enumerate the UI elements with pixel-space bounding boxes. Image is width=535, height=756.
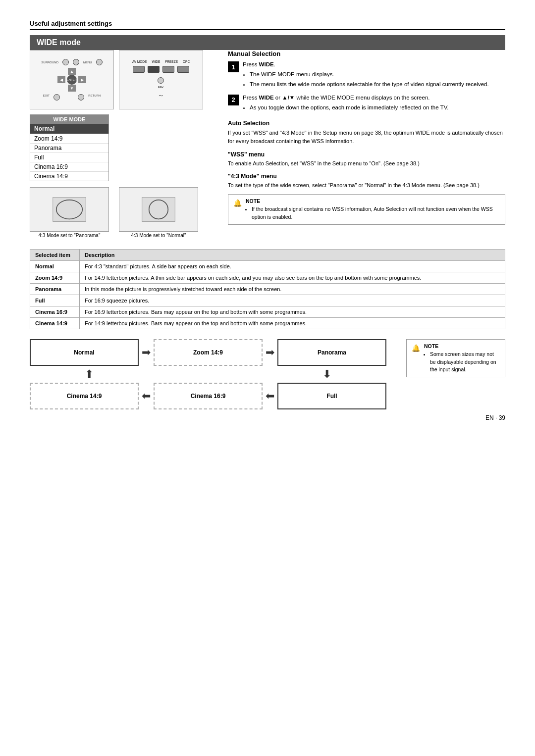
flow-arrow-left-2: ⬅: [263, 390, 277, 403]
remote-right-image: AV MODE WIDE FREEZE OPC: [119, 50, 203, 109]
flow-arrow-left-1: ⬅: [139, 390, 154, 403]
step-2-bullets: As you toggle down the options, each mod…: [250, 103, 448, 112]
return-label: RETURN: [88, 94, 101, 101]
note-box-1: 🔔 NOTE If the broadcast signal contains …: [228, 194, 505, 224]
wm-item-panorama: Panorama: [30, 143, 108, 152]
auto-selection-content: If you set "WSS" and "4:3 Mode" in the S…: [228, 129, 505, 145]
remote-left-image: SURROUND MENU ▲ ◀: [30, 50, 114, 109]
auto-selection: Auto Selection If you set "WSS" and "4:3…: [228, 120, 505, 145]
note-label-2: NOTE: [424, 343, 438, 349]
description-table: Selected item Description Normal For 4:3…: [30, 249, 505, 329]
rr-buttons: [133, 66, 189, 73]
flow-wrapper: Normal ➡ Zoom 14:9 ➡ Panorama ⬆: [30, 339, 505, 409]
surround-btn: [62, 59, 69, 65]
step-1-num: 1: [228, 61, 239, 72]
avmode-label: AV MODE: [132, 60, 147, 63]
mode-panorama-label: 4:3 Mode set to "Panorama": [30, 233, 109, 238]
flow-label-panorama: Panorama: [318, 349, 346, 356]
page-container: Useful adjustment settings WIDE mode SUR…: [30, 20, 505, 421]
flow-label-full: Full: [326, 393, 337, 400]
fav-label: [158, 77, 164, 84]
step-1-bullets: The WIDE MODE menu displays. The menu li…: [250, 70, 489, 89]
wide-btn: [148, 66, 160, 73]
info-btn: [73, 59, 79, 65]
menu-label: MENU: [83, 61, 92, 64]
right-column: Manual Selection 1 Press WIDE. The WIDE …: [228, 50, 505, 240]
opc-label: OPC: [183, 60, 190, 63]
wss-menu-title: "WSS" menu: [228, 151, 505, 158]
wide-keyword-1: WIDE: [259, 61, 274, 67]
flow-up-arrow: ⬆: [30, 368, 149, 381]
mode-normal-container: 4:3 Mode set to "Normal": [119, 187, 198, 238]
surround-label: SURROUND: [41, 61, 58, 64]
note-box-2: 🔔 NOTE Some screen sizes may not be disp…: [406, 339, 505, 377]
wm-item-full: Full: [30, 152, 108, 162]
mode-panorama-image: [30, 187, 109, 232]
flow-box-panorama: Panorama: [277, 339, 386, 366]
top-section: SURROUND MENU ▲ ◀: [30, 50, 505, 240]
table-item-panorama: Panorama: [30, 284, 80, 295]
flow-arrow-1: ➡: [139, 346, 154, 359]
wm-item-zoom149: Zoom 14:9: [30, 134, 108, 143]
wave-symbol: ～: [158, 91, 164, 100]
flow-box-full: Full: [277, 383, 386, 409]
table-desc-cinema149: For 14:9 letterbox pictures. Bars may ap…: [80, 318, 505, 329]
table-header-desc: Description: [80, 250, 505, 261]
table-row: Panorama In this mode the picture is pro…: [30, 284, 505, 295]
wm-item-cinema169: Cinema 16:9: [30, 162, 108, 171]
wss-menu-section: "WSS" menu To enable Auto Selection, set…: [228, 151, 505, 168]
note-2-bullet-1: Some screen sizes may not be displayable…: [430, 351, 500, 374]
note-content-2: NOTE Some screen sizes may not be displa…: [424, 343, 500, 374]
step-2-content: Press WIDE or ▲/▼ while the WIDE MODE me…: [243, 94, 448, 113]
rr-labels: AV MODE WIDE FREEZE OPC: [132, 60, 190, 63]
table-desc-full: For 16:9 squeeze pictures.: [80, 295, 505, 306]
table-row: Full For 16:9 squeeze pictures.: [30, 295, 505, 306]
flow-bottom-row: Cinema 14:9 ⬅ Cinema 16:9 ⬅ Full: [30, 383, 386, 409]
note-1-bullet-1: If the broadcast signal contains no WSS …: [252, 205, 500, 221]
avmode-btn: [133, 66, 145, 73]
section-title: Useful adjustment settings: [30, 20, 505, 30]
freeze-label: FREEZE: [165, 60, 178, 63]
flow-diagram: Normal ➡ Zoom 14:9 ➡ Panorama ⬆: [30, 339, 386, 409]
flow-label-cinema169: Cinema 16:9: [191, 393, 226, 400]
normal-oval: [141, 192, 176, 227]
enter-btn: ENTER: [67, 75, 77, 85]
step-2-bullet-1: As you toggle down the options, each mod…: [250, 103, 448, 112]
table-item-cinema169: Cinema 16:9: [30, 306, 80, 318]
step-1: 1 Press WIDE. The WIDE MODE menu display…: [228, 60, 505, 90]
return-btn: [78, 94, 84, 101]
note-icon-2: 🔔: [412, 343, 420, 353]
exit-btn: [54, 94, 60, 101]
svg-rect-0: [53, 198, 86, 222]
wss-menu-content: To enable Auto Selection, set "WSS" in t…: [228, 159, 505, 168]
table-row: Cinema 14:9 For 14:9 letterbox pictures.…: [30, 318, 505, 329]
flow-right-note: 🔔 NOTE Some screen sizes may not be disp…: [396, 339, 505, 382]
wide-mode-header: WIDE mode: [30, 35, 505, 50]
flow-down-arrow: ⬇: [268, 368, 386, 381]
step-2-num: 2: [228, 95, 239, 105]
wm-item-cinema149: Cinema 14:9: [30, 171, 108, 181]
wm-item-normal-selected: Normal: [30, 124, 108, 134]
note-icon-1: 🔔: [233, 198, 242, 208]
mode-panorama-container: 4:3 Mode set to "Panorama": [30, 187, 109, 238]
remote-area: SURROUND MENU ▲ ◀: [30, 50, 218, 109]
svg-rect-2: [142, 198, 175, 222]
step-1-bullet-2: The menu lists the wide mode options sel…: [250, 80, 489, 89]
dpad-up: ▲: [68, 68, 76, 75]
menu-btn: [96, 59, 103, 65]
table-desc-cinema169: For 16:9 letterbox pictures. Bars may ap…: [80, 306, 505, 318]
43mode-menu-content: To set the type of the wide screen, sele…: [228, 181, 505, 190]
page-number: EN · 39: [30, 414, 505, 421]
flow-box-zoom149: Zoom 14:9: [154, 339, 263, 366]
mode-normal-label: 4:3 Mode set to "Normal": [119, 233, 198, 238]
step-1-content: Press WIDE. The WIDE MODE menu displays.…: [243, 60, 489, 90]
flow-top-row: Normal ➡ Zoom 14:9 ➡ Panorama: [30, 339, 386, 366]
mode-normal-image: [119, 187, 198, 232]
dpad-left: ◀: [57, 76, 65, 83]
flow-label-normal: Normal: [74, 349, 94, 356]
43mode-menu-section: "4:3 Mode" menu To set the type of the w…: [228, 173, 505, 190]
table-desc-normal: For 4:3 "standard" pictures. A side bar …: [80, 261, 505, 272]
table-item-cinema149: Cinema 14:9: [30, 318, 80, 329]
note-content-1: NOTE If the broadcast signal contains no…: [246, 198, 500, 221]
wide-label: WIDE: [152, 60, 160, 63]
